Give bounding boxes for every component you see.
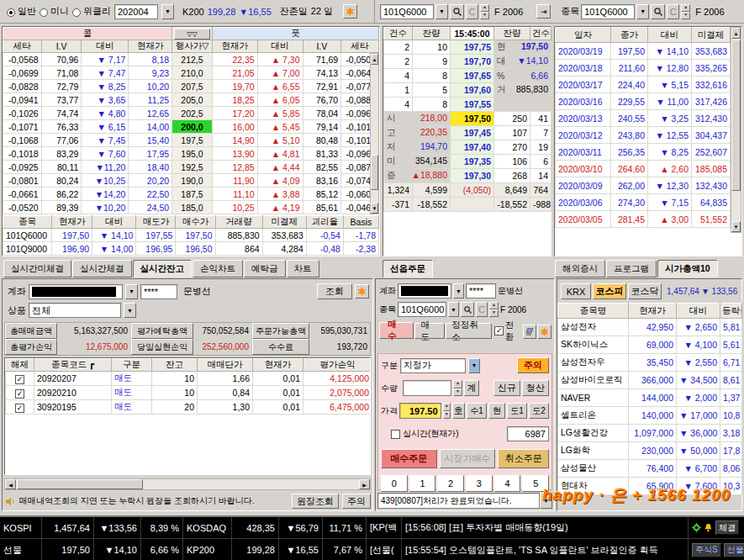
holdings-hscrollbar[interactable]: ◀ ▶ xyxy=(4,478,371,490)
code-right-dropdown-icon[interactable]: ▼ xyxy=(636,4,649,19)
digit-4-button[interactable]: 4 xyxy=(494,475,521,492)
code-right-search-icon[interactable] xyxy=(651,4,665,19)
tab-realtime-balance[interactable]: 실시간잔고 xyxy=(133,260,193,277)
price-input[interactable]: 197.50 xyxy=(399,403,441,419)
new-position-button[interactable]: 신규 xyxy=(493,380,520,396)
radio-weekly[interactable]: 위클리 xyxy=(72,5,111,18)
account-gear-icon[interactable]: ✱ xyxy=(355,284,369,298)
col-call-price[interactable]: 현재가 xyxy=(129,40,172,53)
account-dropdown-icon[interactable]: ▼ xyxy=(125,284,138,299)
ask-row[interactable]: 2 9 197,70 대▼14,10 xyxy=(384,55,551,69)
col-call-theta[interactable]: 세타 xyxy=(3,40,42,53)
tab-pl-chart[interactable]: 손익차트 xyxy=(193,260,243,277)
code-left-spinner[interactable]: ▲▼ xyxy=(480,4,489,19)
col-call-iv[interactable]: I.V xyxy=(41,40,82,53)
quote-button[interactable]: 호 xyxy=(452,403,465,419)
qty-input[interactable] xyxy=(403,380,451,396)
digit-2-button[interactable]: 2 xyxy=(437,475,464,492)
tab-program[interactable]: 프로그램 xyxy=(606,260,657,277)
options-scrollbar[interactable]: ▲ ▼ xyxy=(370,53,379,214)
tab-overseas[interactable]: 해외증시 xyxy=(555,260,605,277)
bid-row[interactable]: 저194,70 197,40 270 19 xyxy=(384,140,551,155)
code-input-right[interactable]: 101Q6000 xyxy=(581,4,635,19)
order-code-search-icon[interactable] xyxy=(461,302,474,317)
order-type-dropdown-icon[interactable]: ▼ xyxy=(468,358,480,373)
daily-row[interactable]: 2020/03/09 262,00 ▼ 12,30 132,430 xyxy=(556,177,731,194)
realtime-checkbox[interactable] xyxy=(391,430,400,439)
order-account-dropdown-icon[interactable]: ▼ xyxy=(453,283,464,298)
col-daily-date[interactable]: 일자 xyxy=(556,28,611,43)
alert-bell-icon[interactable] xyxy=(704,523,713,532)
order-account-select[interactable] xyxy=(398,283,451,298)
option-row[interactable]: -0,0941 73,77 ▼ 3,65 11,25 205,0 18,25 ▲… xyxy=(3,93,379,107)
tab-futures-order[interactable]: 선옵주문 xyxy=(383,260,433,277)
col-call-change[interactable]: 대비 xyxy=(82,40,129,53)
bid-row[interactable]: 고220,35 197,45 107 7 xyxy=(384,126,551,140)
ask-row[interactable]: 4 8 197,65 %6,66 xyxy=(384,69,551,83)
col-stock-change[interactable]: 대비 xyxy=(677,304,720,319)
daily-row[interactable]: 2020/03/11 256,35 ▼ 8,25 252,607 xyxy=(556,144,731,161)
col-fut-volume[interactable]: 거래량 xyxy=(215,216,262,229)
tab-realtime-filled[interactable]: 실시간체결 xyxy=(72,260,132,277)
krx-button[interactable]: KRX xyxy=(561,283,591,299)
col-stock-pct[interactable]: 등락률 xyxy=(720,304,742,319)
account-select[interactable] xyxy=(29,284,123,299)
eraser-icon[interactable] xyxy=(523,325,537,339)
futures-s-button[interactable]: 선물S xyxy=(724,543,744,557)
option-row[interactable]: -0,0661 86,22 ▼14,20 22,50 187,5 11,10 ▲… xyxy=(3,188,379,201)
options-scroll-up-icon[interactable]: ▲ xyxy=(371,54,378,65)
daily-scrollbar[interactable]: ▲ ▼ xyxy=(731,27,741,233)
quick-do1-button[interactable]: 도1 xyxy=(507,403,527,419)
holding-row[interactable]: ✓ 20920207 매도 10 1,66 0,01 4,125,000 xyxy=(6,372,372,386)
holding-row[interactable]: ✓ 20920210 매도 10 0,84 0,01 2,075,000 xyxy=(6,386,372,400)
order-password-field[interactable]: **** xyxy=(466,283,496,298)
cancel-order-button[interactable]: 취소주문 xyxy=(498,449,549,468)
col-fut-bid[interactable]: 매수가 xyxy=(176,216,215,229)
order-code-spinner[interactable]: ▲▼ xyxy=(489,302,499,317)
kosdaq-button[interactable]: 코스닥 xyxy=(628,283,662,299)
tab-marketcap10[interactable]: 시가총액10 xyxy=(657,260,718,277)
news-ticker-2[interactable]: [15:55:54] 오스템임플란트, 'TS SA 임플란트' 브라질인증 획… xyxy=(402,539,689,560)
daily-scroll-up-icon[interactable]: ▲ xyxy=(731,28,741,39)
settings-gear-icon[interactable]: ✱ xyxy=(343,4,357,18)
col-fut-ask[interactable]: 매도가 xyxy=(136,216,176,229)
code-right-spinner[interactable]: ▲▼ xyxy=(681,4,690,19)
col-hold-qty[interactable]: 잔고 xyxy=(152,359,198,372)
product-dropdown-icon[interactable]: ▼ xyxy=(124,303,136,318)
quick-su1-button[interactable]: 수1 xyxy=(467,403,487,419)
market-buy-button[interactable]: 시장가매수 xyxy=(440,449,496,468)
stock-row[interactable]: 셀트리온 140,000 ▼ 17,000 10,8 xyxy=(558,407,742,425)
col-fut-gap[interactable]: 괴리율 xyxy=(306,216,343,229)
bid-row[interactable]: 시218,00 197,50 250 41 xyxy=(384,112,551,126)
stock-row[interactable]: 삼성물산 76,400 ▼ 6,700 8,06 xyxy=(558,460,742,478)
order-code-clear-button[interactable]: C xyxy=(476,302,488,317)
tab-realtime-unfilled[interactable]: 실시간미체결 xyxy=(3,260,71,277)
option-row[interactable]: -0,0699 71,08 ▼ 7,47 9,23 210,0 21,05 ▲ … xyxy=(3,66,379,80)
stock-row[interactable]: LG화학 230,000 ▼ 50,000 17,8 xyxy=(558,442,742,460)
holding-checkbox[interactable]: ✓ xyxy=(15,375,24,384)
code-left-clear-button[interactable]: C xyxy=(466,4,478,19)
stock-row[interactable]: 삼성전자우 35,450 ▼ 2,550 6,71 xyxy=(558,354,742,372)
col-daily-change[interactable]: 대비 xyxy=(648,28,692,43)
daily-row[interactable]: 2020/03/05 281,45 ▲ 3,00 51,552 xyxy=(556,211,731,228)
option-row[interactable]: -0,0801 80,24 ▼10,25 20,20 190,0 11,90 ▲… xyxy=(3,174,379,188)
strike-sort-button[interactable]: ▽▽ xyxy=(172,28,213,40)
daily-row[interactable]: 2020/03/13 240,55 ▼ 3,25 312,430 xyxy=(556,110,731,127)
daily-scroll-thumb[interactable] xyxy=(731,40,741,191)
stock-row[interactable]: 삼성바이오로직 366,000 ▼ 34,500 8,61 xyxy=(558,372,742,389)
daily-row[interactable]: 2020/03/16 229,55 ▼ 11,00 317,426 xyxy=(556,93,731,110)
statusbar-gear-icon[interactable] xyxy=(692,523,701,532)
expiry-select[interactable]: 202004 xyxy=(114,4,158,19)
col-fut-change[interactable]: 대비 xyxy=(92,216,136,229)
digit-0-button[interactable]: 0 xyxy=(381,475,408,492)
margin-input[interactable]: 6987 xyxy=(507,426,549,441)
col-put-theta[interactable]: 세타 xyxy=(341,40,379,53)
code-left-dropdown-icon[interactable]: ▼ xyxy=(435,4,448,19)
daily-scroll-down-icon[interactable]: ▼ xyxy=(731,221,741,232)
bid-row[interactable]: 미354,145 197,35 106 6 xyxy=(384,155,551,169)
daily-row[interactable]: 2020/03/06 274,30 ▼ 7,15 64,835 xyxy=(556,194,731,211)
trade-confirm-button[interactable]: 체결 xyxy=(715,520,739,535)
holding-row[interactable]: ✓ 30920195 매도 20 1,30 0,01 6,475,000 xyxy=(6,400,372,415)
bid-row[interactable]: 증▲18,880 197,30 268 14 xyxy=(384,169,551,183)
option-row[interactable]: -0,0520 89,39 ▼10,20 24,50 185,0 10,25 ▲… xyxy=(3,201,379,214)
